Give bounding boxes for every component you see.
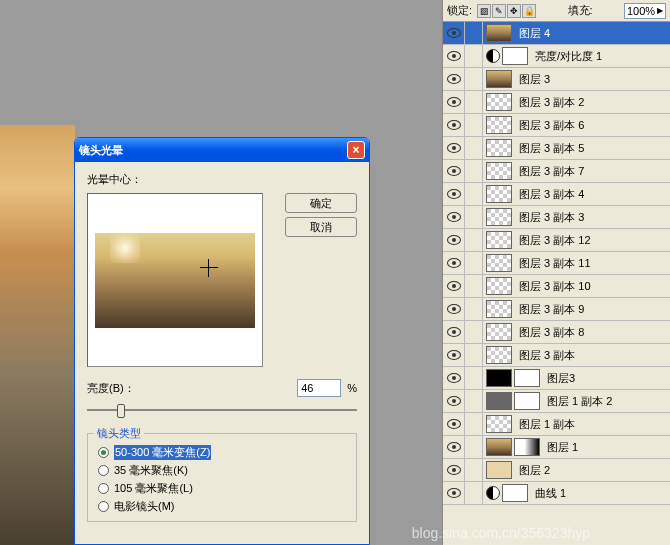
link-cell[interactable] [465, 344, 483, 366]
layer-name[interactable]: 亮度/对比度 1 [535, 49, 602, 64]
link-cell[interactable] [465, 229, 483, 251]
visibility-toggle[interactable] [443, 45, 465, 67]
layer-item[interactable]: 图层 3 副本 3 [443, 206, 670, 229]
link-cell[interactable] [465, 275, 483, 297]
layer-thumbnail[interactable] [486, 208, 512, 226]
link-cell[interactable] [465, 68, 483, 90]
visibility-toggle[interactable] [443, 137, 465, 159]
layer-thumbnail[interactable] [486, 323, 512, 341]
link-cell[interactable] [465, 413, 483, 435]
layer-thumbnail[interactable] [486, 254, 512, 272]
link-cell[interactable] [465, 206, 483, 228]
visibility-toggle[interactable] [443, 229, 465, 251]
layer-item[interactable]: 图层 2 [443, 459, 670, 482]
layer-name[interactable]: 图层 3 副本 4 [519, 187, 584, 202]
layer-name[interactable]: 图层 1 [547, 440, 578, 455]
lens-type-radio[interactable]: 105 毫米聚焦(L) [98, 481, 346, 496]
layer-thumbnail[interactable] [486, 346, 512, 364]
layer-thumbnail[interactable] [486, 116, 512, 134]
visibility-toggle[interactable] [443, 344, 465, 366]
layer-thumbnail[interactable] [486, 24, 512, 42]
layer-thumbnail[interactable] [486, 185, 512, 203]
fill-input[interactable]: 100% ▶ [624, 3, 666, 19]
brightness-slider[interactable] [87, 401, 357, 419]
layer-item[interactable]: 图层 3 副本 6 [443, 114, 670, 137]
lens-type-radio[interactable]: 电影镜头(M) [98, 499, 346, 514]
visibility-toggle[interactable] [443, 114, 465, 136]
visibility-toggle[interactable] [443, 436, 465, 458]
layer-item[interactable]: 图层 3 副本 10 [443, 275, 670, 298]
layer-thumbnail[interactable] [486, 70, 512, 88]
visibility-toggle[interactable] [443, 91, 465, 113]
layer-item[interactable]: 图层 3 副本 11 [443, 252, 670, 275]
link-cell[interactable] [465, 91, 483, 113]
lock-transparency-icon[interactable]: ▨ [477, 4, 491, 18]
link-cell[interactable] [465, 137, 483, 159]
layer-item[interactable]: 图层 3 副本 4 [443, 183, 670, 206]
layer-name[interactable]: 图层 3 副本 3 [519, 210, 584, 225]
layer-name[interactable]: 图层 3 [519, 72, 550, 87]
ok-button[interactable]: 确定 [285, 193, 357, 213]
lock-position-icon[interactable]: ✥ [507, 4, 521, 18]
link-cell[interactable] [465, 459, 483, 481]
layer-name[interactable]: 图层 3 副本 5 [519, 141, 584, 156]
layer-item[interactable]: 曲线 1 [443, 482, 670, 505]
layer-name[interactable]: 图层 3 副本 12 [519, 233, 591, 248]
link-cell[interactable] [465, 298, 483, 320]
layer-thumbnail[interactable] [486, 300, 512, 318]
layer-thumbnail[interactable] [486, 461, 512, 479]
layer-name[interactable]: 图层 3 副本 10 [519, 279, 591, 294]
brightness-input[interactable] [297, 379, 341, 397]
link-cell[interactable] [465, 183, 483, 205]
visibility-toggle[interactable] [443, 252, 465, 274]
link-cell[interactable] [465, 22, 483, 44]
visibility-toggle[interactable] [443, 390, 465, 412]
visibility-toggle[interactable] [443, 298, 465, 320]
visibility-toggle[interactable] [443, 68, 465, 90]
layer-thumbnail[interactable] [486, 392, 512, 410]
layer-thumbnail[interactable] [502, 47, 528, 65]
layer-item[interactable]: 图层 3 副本 7 [443, 160, 670, 183]
layer-thumbnail[interactable] [514, 369, 540, 387]
link-cell[interactable] [465, 252, 483, 274]
link-cell[interactable] [465, 482, 483, 504]
layer-item[interactable]: 图层3 [443, 367, 670, 390]
layer-item[interactable]: 亮度/对比度 1 [443, 45, 670, 68]
layer-item[interactable]: 图层 1 副本 2 [443, 390, 670, 413]
link-cell[interactable] [465, 321, 483, 343]
layer-name[interactable]: 图层 3 副本 9 [519, 302, 584, 317]
link-cell[interactable] [465, 390, 483, 412]
visibility-toggle[interactable] [443, 459, 465, 481]
layer-thumbnail[interactable] [486, 277, 512, 295]
layer-thumbnail[interactable] [486, 162, 512, 180]
link-cell[interactable] [465, 114, 483, 136]
link-cell[interactable] [465, 436, 483, 458]
slider-thumb[interactable] [117, 404, 125, 418]
layer-item[interactable]: 图层 3 副本 9 [443, 298, 670, 321]
layer-item[interactable]: 图层 3 副本 12 [443, 229, 670, 252]
cancel-button[interactable]: 取消 [285, 217, 357, 237]
visibility-toggle[interactable] [443, 482, 465, 504]
flare-preview[interactable] [87, 193, 263, 367]
layer-name[interactable]: 图层3 [547, 371, 575, 386]
lens-type-radio[interactable]: 35 毫米聚焦(K) [98, 463, 346, 478]
layer-name[interactable]: 图层 3 副本 6 [519, 118, 584, 133]
link-cell[interactable] [465, 367, 483, 389]
layer-item[interactable]: 图层 3 副本 2 [443, 91, 670, 114]
link-cell[interactable] [465, 45, 483, 67]
close-icon[interactable]: × [347, 141, 365, 159]
layer-thumbnail[interactable] [514, 438, 540, 456]
layer-name[interactable]: 图层 1 副本 [519, 417, 575, 432]
layer-thumbnail[interactable] [486, 93, 512, 111]
lock-all-icon[interactable]: 🔒 [522, 4, 536, 18]
layer-name[interactable]: 图层 3 副本 11 [519, 256, 591, 271]
layer-name[interactable]: 图层 3 副本 7 [519, 164, 584, 179]
layer-name[interactable]: 图层 2 [519, 463, 550, 478]
layer-name[interactable]: 图层 3 副本 2 [519, 95, 584, 110]
layer-item[interactable]: 图层 1 [443, 436, 670, 459]
layer-thumbnail[interactable] [502, 484, 528, 502]
link-cell[interactable] [465, 160, 483, 182]
layer-item[interactable]: 图层 3 副本 8 [443, 321, 670, 344]
visibility-toggle[interactable] [443, 321, 465, 343]
dialog-titlebar[interactable]: 镜头光晕 × [75, 138, 369, 162]
